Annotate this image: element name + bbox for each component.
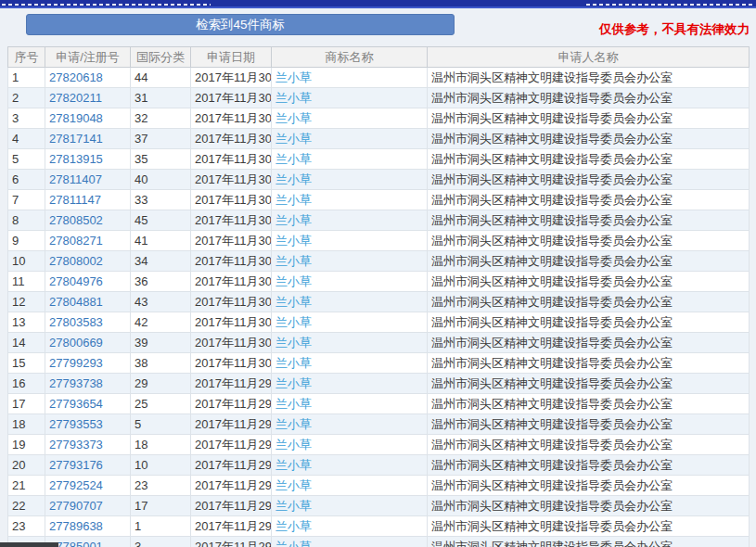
applicant-cell: 温州市洞头区精神文明建设指导委员会办公室	[428, 414, 750, 435]
trademark-name-link[interactable]: 兰小草	[275, 336, 312, 350]
trademark-name-link[interactable]: 兰小草	[275, 458, 312, 472]
trademark-name-link[interactable]: 兰小草	[275, 91, 312, 105]
reg-number-link[interactable]: 27820211	[49, 91, 102, 105]
trademark-name-link[interactable]: 兰小草	[275, 499, 312, 513]
applicant-cell: 温州市洞头区精神文明建设指导委员会办公室	[428, 170, 750, 190]
trademark-name-cell: 兰小草	[272, 516, 428, 537]
trademark-name-link[interactable]: 兰小草	[275, 438, 312, 452]
reg-number-link[interactable]: 27808271	[49, 234, 103, 248]
reg-number-link[interactable]: 27811407	[49, 172, 102, 186]
applicant-cell: 温州市洞头区精神文明建设指导委员会办公室	[428, 190, 750, 210]
apply-date-cell: 2017年11月30日	[191, 170, 272, 190]
apply-date-cell: 2017年11月29日	[191, 476, 272, 496]
applicant-cell: 温州市洞头区精神文明建设指导委员会办公室	[428, 88, 750, 108]
trademark-name-link[interactable]: 兰小草	[275, 519, 312, 533]
reg-number-cell: 27820618	[45, 68, 131, 88]
reg-number-link[interactable]: 27808002	[49, 254, 103, 268]
serial-cell: 11	[8, 272, 45, 292]
trademark-name-link[interactable]: 兰小草	[275, 315, 312, 329]
apply-date-cell: 2017年11月29日	[191, 516, 272, 537]
serial-cell: 17	[8, 394, 45, 414]
applicant-cell: 温州市洞头区精神文明建设指导委员会办公室	[428, 394, 750, 414]
reg-number-link[interactable]: 27789638	[49, 519, 103, 533]
reg-number-link[interactable]: 27792524	[49, 478, 103, 492]
reg-number-link[interactable]: 27804881	[49, 295, 103, 309]
table-row: 2027793176102017年11月29日兰小草温州市洞头区精神文明建设指导…	[8, 455, 750, 476]
trademark-name-link[interactable]: 兰小草	[275, 295, 312, 309]
reg-number-link[interactable]: 27793654	[49, 397, 103, 411]
trademark-name-link[interactable]: 兰小草	[275, 172, 312, 186]
serial-cell: 6	[8, 170, 45, 190]
results-count-button[interactable]: 检索到45件商标	[26, 14, 455, 35]
reg-number-link[interactable]: 27793553	[49, 417, 103, 431]
reg-number-link[interactable]: 27808502	[49, 213, 103, 227]
reg-number-link[interactable]: 27811147	[49, 193, 101, 207]
table-row: 627811407402017年11月30日兰小草温州市洞头区精神文明建设指导委…	[8, 170, 750, 190]
trademark-name-cell: 兰小草	[272, 292, 428, 312]
reg-number-link[interactable]: 27793176	[49, 458, 103, 472]
trademark-name-cell: 兰小草	[272, 312, 428, 333]
intl-class-cell: 25	[131, 394, 191, 414]
reg-number-cell: 27803583	[45, 312, 131, 333]
reg-number-cell: 27808271	[45, 231, 131, 251]
trademark-name-link[interactable]: 兰小草	[275, 417, 312, 431]
reg-number-cell: 27793176	[45, 455, 131, 476]
reg-number-link[interactable]: 27803583	[49, 315, 103, 329]
table-row: 2127792524232017年11月29日兰小草温州市洞头区精神文明建设指导…	[8, 476, 750, 496]
trademark-name-link[interactable]: 兰小草	[275, 70, 312, 84]
applicant-cell: 温州市洞头区精神文明建设指导委员会办公室	[428, 108, 750, 129]
applicant-cell: 温州市洞头区精神文明建设指导委员会办公室	[428, 476, 750, 496]
trademark-name-cell: 兰小草	[272, 455, 428, 476]
reg-number-link[interactable]: 27813915	[49, 152, 103, 166]
trademark-name-link[interactable]: 兰小草	[275, 213, 312, 227]
serial-cell: 22	[8, 496, 45, 516]
table-header: 序号 申请/注册号 国际分类 申请日期 商标名称 申请人名称	[8, 47, 750, 68]
apply-date-cell: 2017年11月29日	[191, 435, 272, 455]
applicant-cell: 温州市洞头区精神文明建设指导委员会办公室	[428, 68, 750, 88]
trademark-name-cell: 兰小草	[272, 210, 428, 231]
intl-class-cell: 35	[131, 149, 191, 170]
reg-number-cell: 27789638	[45, 516, 131, 537]
serial-cell: 4	[8, 129, 45, 149]
table-body: 127820618442017年11月30日兰小草温州市洞头区精神文明建设指导委…	[8, 68, 750, 547]
trademark-name-link[interactable]: 兰小草	[275, 234, 312, 248]
bottom-left-bar	[0, 542, 58, 547]
intl-class-cell: 17	[131, 496, 191, 516]
reg-number-link[interactable]: 27800669	[49, 336, 103, 350]
reg-number-link[interactable]: 27819048	[49, 111, 103, 125]
intl-class-cell: 32	[131, 108, 191, 129]
trademark-name-link[interactable]: 兰小草	[275, 376, 312, 390]
trademark-name-cell: 兰小草	[272, 537, 428, 547]
trademark-name-link[interactable]: 兰小草	[275, 193, 312, 207]
trademark-name-link[interactable]: 兰小草	[275, 356, 312, 370]
reg-number-link[interactable]: 27799293	[49, 356, 103, 370]
trademark-name-link[interactable]: 兰小草	[275, 478, 312, 492]
reg-number-link[interactable]: 27820618	[49, 70, 103, 84]
trademark-name-link[interactable]: 兰小草	[275, 397, 312, 411]
reg-number-link[interactable]: 27793738	[49, 376, 103, 390]
reg-number-cell: 27817141	[45, 129, 131, 149]
apply-date-cell: 2017年11月29日	[191, 537, 272, 547]
trademark-name-link[interactable]: 兰小草	[275, 254, 312, 268]
reg-number-link[interactable]: 27817141	[49, 132, 103, 146]
intl-class-cell: 31	[131, 88, 191, 108]
table-row: 127820618442017年11月30日兰小草温州市洞头区精神文明建设指导委…	[8, 68, 750, 88]
applicant-cell: 温州市洞头区精神文明建设指导委员会办公室	[428, 374, 750, 394]
reg-number-link[interactable]: 27790707	[49, 499, 103, 513]
trademark-name-cell: 兰小草	[272, 333, 428, 353]
apply-date-cell: 2017年11月29日	[191, 414, 272, 435]
trademark-name-link[interactable]: 兰小草	[275, 111, 312, 125]
intl-class-cell: 40	[131, 170, 191, 190]
trademark-name-link[interactable]: 兰小草	[275, 152, 312, 166]
trademark-name-link[interactable]: 兰小草	[275, 132, 312, 146]
reg-number-link[interactable]: 27804976	[49, 274, 103, 288]
topbar-clipped-text-right	[586, 4, 753, 6]
serial-cell: 2	[8, 88, 45, 108]
intl-class-cell: 5	[131, 414, 191, 435]
trademark-name-link[interactable]: 兰小草	[275, 540, 312, 547]
trademark-name-cell: 兰小草	[272, 353, 428, 374]
reg-number-link[interactable]: 27793373	[49, 438, 103, 452]
reg-number-cell: 27811147	[45, 190, 131, 210]
trademark-name-link[interactable]: 兰小草	[275, 274, 312, 288]
intl-class-cell: 29	[131, 374, 191, 394]
